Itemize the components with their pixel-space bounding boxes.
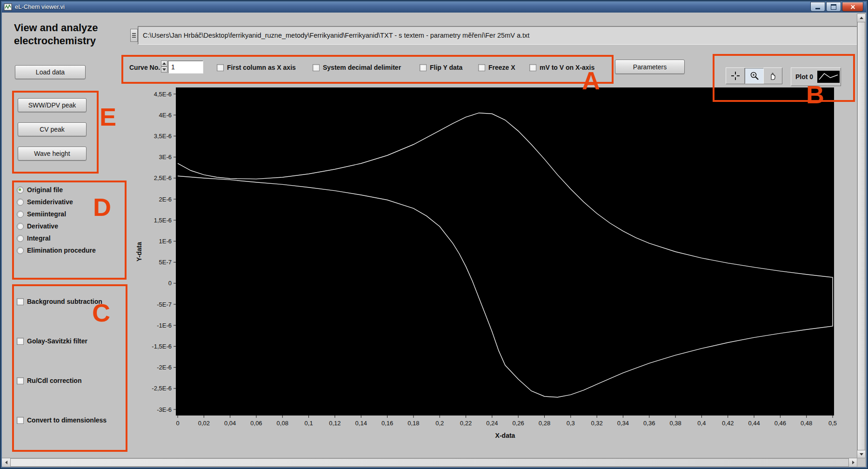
radio-semiintegral[interactable]: Semiintegral <box>17 209 66 219</box>
checkbox-label: Convert to dimensionless <box>27 416 107 424</box>
svg-text:0,44: 0,44 <box>748 420 760 427</box>
checkbox-label: Golay-Savitzki filter <box>27 337 87 345</box>
up-arrow-icon <box>162 62 166 65</box>
minimize-button[interactable] <box>810 2 825 12</box>
down-arrow-icon <box>860 453 863 456</box>
radio-icon <box>17 187 24 194</box>
svg-text:3,5E-6: 3,5E-6 <box>154 133 172 140</box>
xy-graph[interactable]: 00,020,040,060,080,10,120,140,160,180,20… <box>129 70 855 449</box>
vertical-scrollbar[interactable] <box>857 13 866 459</box>
checkbox-background-subtraction[interactable]: Background subtraction <box>17 296 102 307</box>
radio-semiderivative[interactable]: Semiderivative <box>17 197 73 207</box>
checkbox-icon <box>17 298 24 305</box>
app-window: eL-Chem viewer.vi View and analyze elect… <box>0 0 868 469</box>
svg-text:0,42: 0,42 <box>722 420 734 427</box>
svg-text:0,38: 0,38 <box>669 420 681 427</box>
left-arrow-icon <box>5 461 7 464</box>
scroll-right-button[interactable] <box>848 458 858 467</box>
increment-button[interactable] <box>161 60 167 67</box>
svg-text:0,4: 0,4 <box>697 420 706 427</box>
svg-text:0,1: 0,1 <box>305 420 313 427</box>
horizontal-scrollbar[interactable] <box>1 458 858 467</box>
svg-text:0,16: 0,16 <box>381 420 393 427</box>
radio-icon <box>17 247 24 254</box>
svg-text:-2E-6: -2E-6 <box>157 364 172 371</box>
radio-icon <box>17 223 24 230</box>
radio-icon <box>17 199 24 206</box>
checkbox-convert-to-dimensionless[interactable]: Convert to dimensionless <box>17 415 107 425</box>
svg-text:0,2: 0,2 <box>435 420 444 427</box>
svg-text:2E-6: 2E-6 <box>159 196 172 203</box>
svg-text:Y-data: Y-data <box>135 242 143 261</box>
svg-text:0,3: 0,3 <box>567 420 575 427</box>
svg-text:0,04: 0,04 <box>224 420 236 427</box>
svg-text:-1,5E-6: -1,5E-6 <box>152 343 172 350</box>
svg-text:0: 0 <box>168 280 172 287</box>
checkbox-icon <box>17 377 24 384</box>
svg-text:0,5: 0,5 <box>828 420 837 427</box>
radio-icon <box>17 211 24 218</box>
annotation-box-c <box>12 284 127 452</box>
svg-text:-2,5E-6: -2,5E-6 <box>152 385 172 392</box>
file-path-input[interactable]: C:\Users\Jan Hrbáč\Desktop\ferrikyanid_r… <box>138 26 861 45</box>
right-arrow-icon <box>852 461 855 464</box>
svg-text:-1E-6: -1E-6 <box>157 322 172 329</box>
radio-label: Semiderivative <box>27 198 73 206</box>
checkbox-golay-savitzki-filter[interactable]: Golay-Savitzki filter <box>17 336 87 346</box>
radio-label: Derivative <box>27 222 58 230</box>
minimize-icon <box>815 8 820 9</box>
svg-text:0,48: 0,48 <box>801 420 812 427</box>
svg-text:0,18: 0,18 <box>407 420 419 427</box>
radio-derivative[interactable]: Derivative <box>17 221 58 231</box>
scroll-up-button[interactable] <box>857 13 866 22</box>
svg-text:2,5E-6: 2,5E-6 <box>154 174 172 181</box>
svg-text:X-data: X-data <box>495 432 515 439</box>
svg-text:0,12: 0,12 <box>329 420 341 427</box>
svg-text:0,08: 0,08 <box>277 420 288 427</box>
wave-height-button[interactable]: Wave height <box>18 147 87 161</box>
page-title-line2: electrochemistry <box>14 34 98 47</box>
svg-text:-3E-6: -3E-6 <box>157 406 172 413</box>
radio-original-file[interactable]: Original file <box>17 185 63 195</box>
checkbox-ru-cdl-correction[interactable]: Ru/Cdl correction <box>17 375 81 386</box>
svg-text:0,02: 0,02 <box>198 420 210 427</box>
annotation-letter-d: D <box>93 194 112 220</box>
radio-integral[interactable]: Integral <box>17 233 51 243</box>
app-icon <box>4 3 12 11</box>
svg-text:0,06: 0,06 <box>250 420 262 427</box>
title-bar[interactable]: eL-Chem viewer.vi <box>1 1 867 13</box>
scrollbar-corner <box>857 458 866 467</box>
checkbox-icon <box>17 417 24 424</box>
vertical-scroll-thumb[interactable] <box>857 22 865 450</box>
close-button[interactable] <box>842 2 863 12</box>
window-controls <box>810 2 864 12</box>
svg-text:0,34: 0,34 <box>617 420 629 427</box>
radio-label: Elimination procedure <box>27 247 96 254</box>
path-control-icon[interactable] <box>130 29 138 42</box>
checkbox-icon <box>17 338 24 345</box>
close-icon <box>850 4 856 10</box>
annotation-letter-e: E <box>100 104 117 129</box>
chart-canvas[interactable]: 00,020,040,060,080,10,120,140,160,180,20… <box>129 70 855 449</box>
maximize-button[interactable] <box>826 2 841 12</box>
svg-text:0,32: 0,32 <box>591 420 602 427</box>
checkbox-label: Ru/Cdl correction <box>27 377 81 384</box>
maximize-icon <box>831 4 836 10</box>
radio-elimination-procedure[interactable]: Elimination procedure <box>17 245 96 255</box>
scroll-left-button[interactable] <box>1 458 11 467</box>
horizontal-scroll-thumb[interactable] <box>10 458 849 467</box>
svg-text:0,46: 0,46 <box>775 420 786 427</box>
svg-text:1,5E-6: 1,5E-6 <box>154 217 172 224</box>
cv-peak-button[interactable]: CV peak <box>18 122 87 136</box>
radio-label: Semiintegral <box>27 210 66 218</box>
load-data-button[interactable]: Load data <box>15 65 86 79</box>
page-title: View and analyze electrochemistry <box>14 21 98 47</box>
checkbox-label: Background subtraction <box>27 298 102 305</box>
svg-text:0,36: 0,36 <box>643 420 655 427</box>
up-arrow-icon <box>860 17 863 19</box>
svg-text:0,22: 0,22 <box>460 420 472 427</box>
svg-text:4,5E-6: 4,5E-6 <box>154 91 172 98</box>
svg-text:4E-6: 4E-6 <box>159 112 172 119</box>
svg-text:0,26: 0,26 <box>513 420 524 427</box>
sww-dpv-peak-button[interactable]: SWW/DPV peak <box>18 98 87 112</box>
